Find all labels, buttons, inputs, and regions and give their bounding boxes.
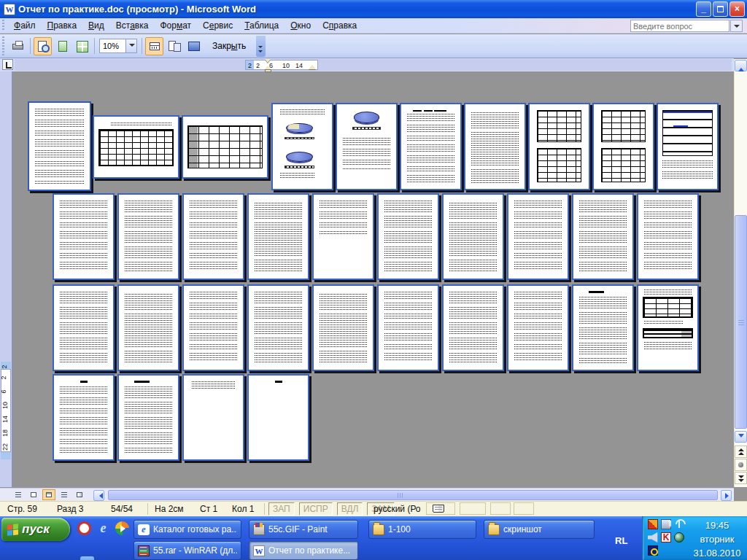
page-thumbnail[interactable] [247,193,309,280]
scroll-up-button[interactable] [735,60,747,71]
menu-item[interactable]: Формат [154,19,197,32]
page-thumbnail[interactable] [117,284,179,371]
web-layout-view-button[interactable] [27,489,40,500]
page-thumbnail[interactable] [637,284,699,371]
tab-selector-button[interactable] [2,59,13,70]
horizontal-scrollbar-thumb[interactable] [108,490,718,500]
taskbar-button[interactable]: 55c.GIF - Paint [249,520,358,539]
wireless-network-icon[interactable] [674,519,684,529]
menu-grip[interactable] [1,20,5,31]
scroll-left-button[interactable] [93,490,104,501]
magnifier-button[interactable] [34,37,52,55]
right-indent-marker[interactable] [309,61,316,69]
page-thumbnail[interactable] [247,284,309,371]
status-language[interactable]: русский (Ро [374,504,421,514]
print-layout-view-button[interactable] [42,489,55,500]
page-thumbnail[interactable] [377,284,439,371]
zoom-select[interactable]: 10% [99,39,137,53]
view-ruler-button[interactable] [145,37,163,55]
volume-icon[interactable] [648,532,658,542]
radio-signal-icon[interactable] [648,545,658,556]
status-toggle[interactable]: ИСПР [299,502,333,516]
toolbar-grip[interactable] [1,36,5,55]
menu-item[interactable]: Правка [42,19,83,32]
page-thumbnail[interactable] [592,103,654,190]
language-indicator[interactable]: RL [615,535,627,546]
menu-item[interactable]: Вид [82,19,110,32]
question-dropdown-button[interactable] [730,20,743,32]
page-thumbnail[interactable] [336,103,398,190]
normal-view-button[interactable] [12,489,25,500]
page-thumbnail[interactable] [312,193,374,280]
horizontal-scrollbar[interactable] [0,488,734,501]
print-button[interactable] [9,37,27,55]
menu-item[interactable]: Вставка [110,19,155,32]
select-browse-object-button[interactable] [735,459,747,471]
taskbar-button[interactable]: Каталог готовых ра... [133,520,241,539]
page-thumbnail[interactable] [442,193,504,280]
page-thumbnail[interactable] [182,284,244,371]
page-thumbnail[interactable] [312,284,374,371]
scroll-right-button[interactable] [721,490,732,501]
page-thumbnail[interactable] [637,193,699,280]
page-thumbnail[interactable] [247,374,309,461]
taskbar-button[interactable]: Отчет по практике... [249,541,358,560]
page-thumbnail[interactable] [28,101,91,191]
page-thumbnail[interactable] [53,284,115,371]
page-thumbnail[interactable] [182,374,244,461]
page-thumbnail[interactable] [400,103,462,190]
taskbar-button[interactable]: 1-100 [368,520,476,539]
taskbar-button[interactable]: скриншот [484,520,595,539]
page-thumbnail[interactable] [572,284,634,371]
page-thumbnail[interactable] [572,193,634,280]
page-thumbnail[interactable] [377,193,439,280]
question-input[interactable] [630,20,729,32]
page-thumbnail[interactable] [117,374,179,461]
full-screen-button[interactable] [185,37,203,55]
page-thumbnail[interactable] [507,193,569,280]
page-thumbnail[interactable] [442,284,504,371]
page-thumbnail[interactable] [53,374,115,461]
page-thumbnail[interactable] [464,103,526,190]
zoom-dropdown-button[interactable] [125,39,136,52]
outline-view-button[interactable] [58,489,71,500]
kaspersky-icon[interactable] [661,532,671,542]
page-thumbnail[interactable] [507,284,569,371]
menu-item[interactable]: Окно [285,19,317,32]
page-thumbnail[interactable] [528,103,590,190]
taskbar-button[interactable]: 55.rar - WinRAR (дл... [133,541,241,560]
page-thumbnail[interactable] [182,115,268,179]
previous-page-button[interactable] [735,446,747,458]
menu-item[interactable]: Сервис [197,19,239,32]
multiple-pages-button[interactable] [73,37,91,55]
scheduler-icon[interactable] [674,532,684,542]
tray-clock[interactable]: 19:45 вторник 31.08.2010 [687,516,747,560]
page-thumbnail[interactable] [657,103,719,190]
close-button[interactable]: × [729,1,745,17]
page-thumbnail[interactable] [93,115,179,179]
status-toggle[interactable]: ВДЛ [337,502,363,516]
indent-marker[interactable] [265,59,271,72]
page-thumbnail[interactable] [182,193,244,280]
restore-button[interactable] [713,1,728,17]
toolbar-options-button[interactable] [256,36,266,57]
scroll-down-button[interactable] [735,431,747,443]
reading-layout-view-button[interactable] [73,489,86,500]
tray-app-icon[interactable] [648,519,658,529]
status-toggle[interactable]: ЗАП [268,502,295,516]
display-settings-icon[interactable] [661,519,671,529]
page-thumbnail[interactable] [117,193,179,280]
vertical-scrollbar[interactable] [734,59,747,487]
next-page-button[interactable] [735,472,747,484]
menu-item[interactable]: Справка [317,19,363,32]
page-thumbnail[interactable] [271,103,333,190]
page-thumbnail[interactable] [53,193,115,280]
close-preview-button[interactable]: Закрыть [206,37,252,55]
minimize-button[interactable]: _ [696,1,711,17]
vertical-scrollbar-thumb[interactable] [735,215,747,429]
menu-item[interactable]: Файл [8,19,42,32]
shrink-to-fit-button[interactable] [165,37,183,55]
spellcheck-status[interactable] [426,502,455,515]
menu-item[interactable]: Таблица [239,19,285,32]
one-page-button[interactable] [53,37,71,55]
